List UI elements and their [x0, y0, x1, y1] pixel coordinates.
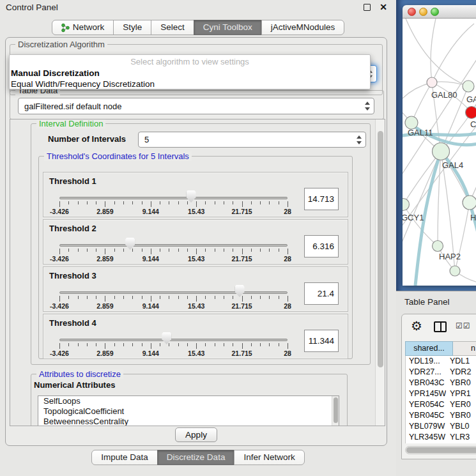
tick-mark: [251, 296, 252, 299]
attribute-item[interactable]: BetweennessCentrality: [38, 417, 339, 426]
tab-style[interactable]: Style: [113, 20, 151, 35]
column-header-name[interactable]: n: [453, 341, 476, 356]
tab-discretize-data[interactable]: Discretize Data: [157, 450, 235, 465]
tick-mark: [260, 201, 261, 204]
tick-label: 2.859: [96, 255, 113, 263]
tick-mark: [78, 201, 79, 204]
apply-button[interactable]: Apply: [175, 427, 217, 442]
tick-mark: [169, 201, 169, 204]
table-row[interactable]: YDL19...YDL1: [406, 356, 476, 367]
slider-track[interactable]: [59, 291, 288, 294]
tab-infer-network[interactable]: Infer Network: [234, 450, 304, 465]
network-edge[interactable]: [431, 19, 436, 82]
network-edge[interactable]: [406, 19, 468, 86]
tick-mark: [132, 343, 133, 346]
close-traffic-light-icon[interactable]: [408, 8, 416, 16]
network-node[interactable]: [450, 266, 460, 276]
settings-scrollbar[interactable]: [375, 119, 385, 426]
settings-scrollbar-thumb[interactable]: [378, 131, 383, 367]
close-icon[interactable]: ✕: [380, 1, 387, 13]
tick-mark: [114, 249, 115, 252]
attributes-scrollbar[interactable]: [332, 396, 339, 426]
tick-mark: [87, 201, 88, 204]
tick-mark: [68, 296, 69, 299]
gear-icon[interactable]: ⚙: [411, 318, 422, 334]
tick-mark: [105, 201, 105, 207]
tab-impute-data[interactable]: Impute Data: [91, 450, 158, 465]
threshold-value-field[interactable]: 6.316: [304, 235, 339, 257]
slider-track[interactable]: [59, 244, 288, 247]
table-row[interactable]: YLR345WYLR3: [406, 432, 476, 443]
tab-label: Impute Data: [101, 450, 148, 464]
threshold-label: Threshold 2: [49, 224, 96, 233]
tab-label: Network: [73, 20, 105, 35]
tick-mark: [260, 343, 261, 346]
network-node[interactable]: [433, 241, 443, 252]
column-layout-icon[interactable]: [434, 321, 447, 332]
tick-mark: [114, 201, 115, 204]
select-columns-icon[interactable]: ☑☑: [456, 321, 471, 330]
tick-mark: [160, 343, 160, 346]
tick-mark: [205, 201, 206, 204]
network-canvas[interactable]: GAL80GACGAL11GAL4GCY1HHAP2: [403, 19, 476, 286]
popup-option-equal-width-frequency-discretization[interactable]: Equal Width/Frequency Discretization: [10, 79, 370, 89]
table-panel-title: Table Panel: [404, 297, 450, 307]
slider-thumb[interactable]: [235, 285, 245, 297]
tick-mark: [251, 249, 252, 252]
group-title-interval-definition: Interval Definition: [36, 119, 105, 128]
table-hscrollbar-thumb[interactable]: [406, 447, 476, 453]
tick-mark: [160, 296, 160, 299]
table-row[interactable]: YDR27...YDR2: [406, 367, 476, 378]
slider-thumb[interactable]: [162, 332, 171, 344]
network-node[interactable]: [463, 196, 476, 210]
network-node[interactable]: [466, 107, 476, 119]
tick-mark: [87, 343, 88, 346]
table-row[interactable]: YBR045CYBR0: [406, 410, 476, 421]
tick-mark: [160, 249, 160, 252]
network-node[interactable]: [463, 81, 474, 92]
numerical-attributes-list[interactable]: SelfLoopsTopologicalCoefficientBetweenne…: [38, 395, 339, 426]
table-row[interactable]: YIL052CYIL0: [406, 443, 476, 443]
tab-jactivemnodules[interactable]: jActiveMNodules: [261, 20, 345, 35]
tick-label: -3.426: [50, 208, 69, 215]
tick-mark: [96, 249, 96, 252]
cell-name: YER0: [446, 399, 476, 410]
slider-track[interactable]: [59, 197, 288, 199]
threshold-panel-1: Threshold 1-3.4262.8599.14415.4321.71528…: [43, 172, 348, 217]
control-panel: Control Panel ✕ NetworkStyleSelectCyni T…: [0, 0, 396, 476]
threshold-value-field[interactable]: 21.4: [304, 282, 339, 305]
table-row[interactable]: YBL079WYBL0: [406, 421, 476, 432]
network-node[interactable]: [433, 143, 450, 160]
network-node[interactable]: [405, 116, 418, 129]
tab-network[interactable]: Network: [52, 20, 114, 35]
tick-mark: [269, 201, 270, 204]
table-data-combobox[interactable]: galFiltered.sif default node: [18, 98, 374, 114]
tab-select[interactable]: Select: [151, 20, 194, 35]
network-edge[interactable]: [403, 151, 441, 204]
threshold-value-field[interactable]: 11.344: [304, 330, 339, 352]
attribute-item[interactable]: SelfLoops: [38, 396, 339, 406]
network-icon: [61, 23, 70, 33]
threshold-value-field[interactable]: 14.713: [304, 188, 339, 210]
tick-label: 9.144: [142, 255, 159, 263]
slider-thumb[interactable]: [125, 238, 135, 250]
tab-label: Infer Network: [243, 450, 295, 464]
minimize-traffic-light-icon[interactable]: [419, 8, 427, 16]
table-row[interactable]: YPR145WYPR1: [406, 388, 476, 399]
table-row[interactable]: YER054CYER0: [406, 399, 476, 410]
tick-label: -3.426: [50, 255, 69, 263]
network-node[interactable]: [427, 77, 437, 88]
attribute-item[interactable]: TopologicalCoefficient: [38, 406, 339, 417]
tab-cyni-toolbox[interactable]: Cyni Toolbox: [194, 20, 262, 35]
popup-option-manual-discretization[interactable]: Manual Discretization: [10, 68, 370, 79]
column-header-shared-name[interactable]: shared...: [405, 341, 453, 356]
slider-track[interactable]: [59, 339, 288, 341]
float-panel-icon[interactable]: [364, 4, 371, 11]
network-node[interactable]: [403, 199, 410, 211]
table-row[interactable]: YBR043CYBR0: [406, 378, 476, 388]
zoom-traffic-light-icon[interactable]: [431, 8, 439, 16]
number-of-intervals-combobox[interactable]: 5: [138, 132, 366, 148]
tick-mark: [78, 296, 79, 299]
table-horizontal-scrollbar[interactable]: [405, 446, 476, 454]
tick-mark: [87, 249, 88, 252]
